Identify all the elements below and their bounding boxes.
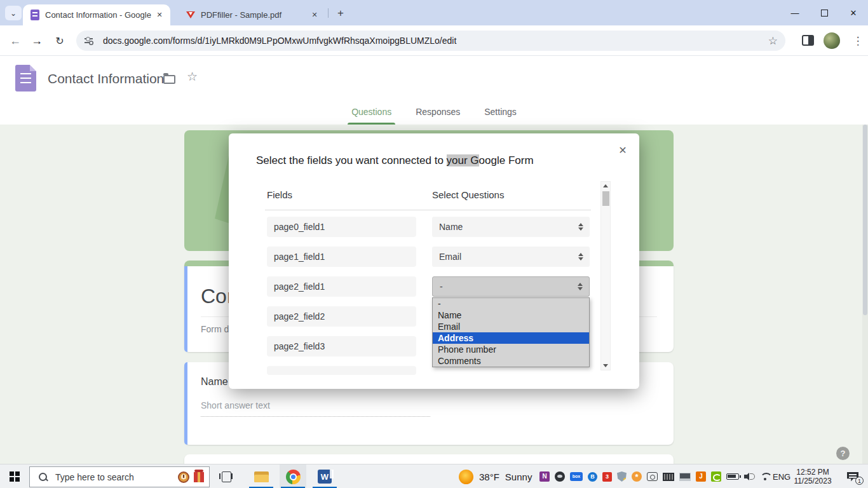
dialog-scrollbar[interactable] <box>600 181 611 370</box>
asterisk-app-icon[interactable]: * <box>632 471 642 482</box>
scroll-down-icon[interactable] <box>601 362 610 370</box>
field-name-box: page2_field3 <box>267 336 416 356</box>
dropdown-option[interactable]: Phone number <box>433 344 589 355</box>
weather-temp: 38°F <box>479 471 499 482</box>
nvidia-icon[interactable] <box>711 471 721 482</box>
tab-google-forms[interactable]: Contact Information - Google F ✕ <box>23 4 170 25</box>
url-text[interactable]: docs.google.com/forms/d/1iyLMRkd0M9LPpOM… <box>103 36 768 46</box>
field-name-box-partial <box>267 366 416 375</box>
minimize-button[interactable]: — <box>780 0 810 25</box>
tab-pdffiller[interactable]: PDFfiller - Sample.pdf ✕ <box>178 4 325 25</box>
task-view-icon[interactable] <box>219 470 233 484</box>
selected-card-indicator <box>184 266 187 352</box>
java-icon[interactable]: J <box>696 471 706 482</box>
dialog-title-pre: Select the fields you want connected to <box>256 154 447 166</box>
onenote-clipper-icon[interactable]: N <box>539 471 550 482</box>
google-forms-logo-icon[interactable] <box>15 65 36 92</box>
dropdown-option[interactable]: - <box>433 298 589 309</box>
display-icon[interactable] <box>679 473 691 481</box>
close-window-button[interactable]: ✕ <box>839 0 868 25</box>
alarm-clock-icon[interactable] <box>178 471 189 483</box>
file-explorer-icon <box>254 471 269 482</box>
document-title[interactable]: Contact Information <box>48 71 164 86</box>
box-drive-icon[interactable]: box <box>570 472 583 481</box>
forward-button[interactable]: → <box>28 25 46 56</box>
taskbar-weather[interactable]: 38°F Sunny <box>459 464 532 488</box>
keyboard-icon[interactable] <box>663 473 674 481</box>
browser-menu-icon[interactable]: ⋮ <box>850 25 865 56</box>
tab-title: PDFfiller - Sample.pdf <box>201 10 309 20</box>
tab-responses[interactable]: Responses <box>412 102 464 125</box>
new-tab-button[interactable]: + <box>333 6 348 21</box>
bookmark-star-icon[interactable]: ☆ <box>768 34 778 48</box>
short-answer-placeholder: Short answer text <box>201 400 430 417</box>
forms-tab-bar: Questions Responses Settings <box>0 102 868 125</box>
windows-logo-icon <box>10 471 20 482</box>
browser-navbar: ← → ↻ docs.google.com/forms/d/1iyLMRkd0M… <box>0 25 868 56</box>
start-button[interactable] <box>0 464 29 488</box>
scroll-up-icon[interactable] <box>601 182 610 190</box>
select-value: - <box>440 281 578 292</box>
gift-icon[interactable] <box>194 472 204 482</box>
tab-separator <box>328 8 329 18</box>
header-divider <box>265 210 591 210</box>
browser-titlebar: ⌄ Contact Information - Google F ✕ PDFfi… <box>0 0 868 25</box>
dialog-close-icon[interactable]: ✕ <box>616 144 629 156</box>
question-select[interactable]: Name <box>432 217 590 237</box>
dropdown-option[interactable]: Name <box>433 309 589 321</box>
taskbar-chrome[interactable] <box>280 464 306 488</box>
question-select[interactable]: Email <box>432 247 590 267</box>
chrome-icon <box>286 470 301 484</box>
volume-icon[interactable] <box>744 472 754 481</box>
taskbar-clock[interactable]: 12:52 PM 11/25/2023 <box>790 464 835 488</box>
dropdown-option-highlighted[interactable]: Address <box>433 332 589 344</box>
warning-badge <box>623 478 628 482</box>
dialog-title-selected-text: your G <box>447 154 479 166</box>
page-scrollbar-thumb[interactable] <box>863 125 867 315</box>
taskbar-word[interactable]: W <box>311 464 338 488</box>
calendar-sync-icon[interactable]: 3 <box>602 472 612 482</box>
page-scrollbar[interactable] <box>862 125 868 464</box>
question-title[interactable]: Name <box>201 376 228 388</box>
browser-profile-avatar[interactable] <box>824 32 840 49</box>
taskbar-file-explorer[interactable] <box>248 464 275 488</box>
select-arrows-icon <box>578 283 583 290</box>
selected-card-indicator <box>184 362 187 445</box>
dropdown-option[interactable]: Email <box>433 321 589 332</box>
select-arrows-icon <box>578 223 583 231</box>
dialog-scrollbar-thumb[interactable] <box>602 191 609 206</box>
action-center-button[interactable]: 1 <box>840 464 865 488</box>
star-document-icon[interactable]: ☆ <box>187 69 198 84</box>
wifi-icon[interactable] <box>759 473 771 481</box>
taskbar-search-box[interactable]: Type here to search <box>29 466 210 487</box>
tab-settings[interactable]: Settings <box>480 102 520 125</box>
address-bar[interactable]: docs.google.com/forms/d/1iyLMRkd0M9LPpOM… <box>76 30 785 51</box>
select-arrows-icon <box>578 253 583 261</box>
bluetooth-icon[interactable]: B <box>588 472 597 482</box>
help-button[interactable]: ? <box>836 447 850 460</box>
screen-capture-icon[interactable] <box>647 472 658 481</box>
tab-close-icon[interactable]: ✕ <box>154 10 165 21</box>
word-icon: W <box>318 470 332 484</box>
windows-taskbar: Type here to search W 38°F Sunny N box B… <box>0 464 868 488</box>
language-indicator[interactable]: ENG <box>773 464 790 488</box>
defender-shield-icon[interactable] <box>617 471 627 482</box>
dropdown-option[interactable]: Comments <box>433 355 589 367</box>
field-name-box: page1_field1 <box>267 247 416 267</box>
maximize-button[interactable] <box>810 0 839 25</box>
battery-icon[interactable] <box>726 473 739 480</box>
tab-list-chevron-icon[interactable]: ⌄ <box>5 6 22 20</box>
question-select-open[interactable]: - <box>432 276 590 297</box>
site-info-icon[interactable] <box>84 36 94 46</box>
move-folder-icon[interactable] <box>163 75 175 84</box>
pdffiller-favicon-icon <box>186 10 195 20</box>
dialog-title: Select the fields you want connected to … <box>256 154 534 167</box>
search-placeholder: Type here to search <box>55 472 178 482</box>
reload-button[interactable]: ↻ <box>51 25 69 56</box>
tab-questions[interactable]: Questions <box>348 102 395 125</box>
eye-care-icon[interactable] <box>555 471 565 482</box>
side-panel-icon[interactable] <box>802 35 814 46</box>
maximize-icon <box>821 10 828 17</box>
back-button[interactable]: ← <box>6 25 24 56</box>
tab-close-icon[interactable]: ✕ <box>309 10 320 21</box>
